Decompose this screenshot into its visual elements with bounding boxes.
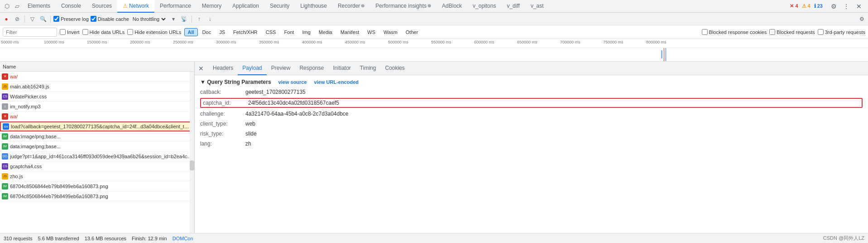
view-url-encoded-link[interactable]: view URL-encoded (314, 79, 359, 85)
filter-type-manifest[interactable]: Manifest (337, 28, 363, 36)
error-badge[interactable]: ✕ 4 (790, 3, 798, 9)
warning-badge[interactable]: ⚠ 4 (802, 3, 810, 9)
upload-button[interactable]: ↑ (195, 15, 204, 24)
tab-performance-insights[interactable]: Performance insights ⊕ (370, 0, 436, 13)
device-icon[interactable]: ▱ (12, 0, 22, 13)
blocked-requests-checkbox[interactable] (769, 29, 775, 35)
ruler-mark-400000: 400000 ms (301, 40, 344, 44)
tab-adblock[interactable]: AdBlock (436, 0, 467, 13)
request-row[interactable]: IM data:image/png;base... (0, 131, 194, 141)
view-source-link[interactable]: view source (278, 79, 307, 85)
tab-recorder[interactable]: Recorder ⊕ (332, 0, 370, 13)
throttle-select[interactable]: No throttling (131, 16, 167, 22)
download-button[interactable]: ↓ (206, 15, 215, 24)
tab-initiator[interactable]: Initiator (328, 62, 355, 75)
blocked-response-cookies-checkbox[interactable] (702, 29, 708, 35)
tab-payload[interactable]: Payload (238, 62, 266, 75)
request-icon-error2: ✕ (2, 113, 8, 120)
invert-checkbox-label[interactable]: Invert (60, 29, 80, 35)
request-row[interactable]: IM 68704c8506844eb79b8499eb6a160873.png (0, 181, 194, 191)
clear-button[interactable]: ⊘ (13, 15, 22, 24)
tab-performance[interactable]: Performance (154, 0, 197, 13)
request-row[interactable]: JS main.abb16249.js (0, 82, 194, 92)
tab-timing[interactable]: Timing (355, 62, 381, 75)
request-row[interactable]: IM 68704c8506844eb79b8499eb6a160873.png (0, 191, 194, 201)
request-row[interactable]: CS gcaptcha4.css (0, 161, 194, 171)
request-row[interactable]: ✕ wa/ (0, 72, 194, 82)
hide-extension-urls-label[interactable]: Hide extension URLs (127, 29, 181, 35)
disable-cache-checkbox-label[interactable]: Disable cache (91, 16, 129, 22)
online-icon[interactable]: 📡 (180, 15, 189, 24)
tab-lighthouse[interactable]: Lighthouse (295, 0, 332, 13)
third-party-requests-label[interactable]: 3rd-party requests (818, 29, 865, 35)
tab-memory[interactable]: Memory (197, 0, 227, 13)
filter-input[interactable] (3, 28, 57, 37)
settings-button[interactable]: ⚙ (828, 1, 839, 12)
request-row[interactable]: ♫ im_notify.mp3 (0, 102, 194, 112)
payload-key-challenge: challenge: (200, 111, 245, 117)
filter-type-all[interactable]: All (184, 28, 198, 36)
filter-type-wasm[interactable]: Wasm (380, 28, 401, 36)
request-icon-img2: IM (2, 143, 8, 150)
tab-v-diff[interactable]: v_diff (501, 0, 525, 13)
request-row[interactable]: JS zho.js (0, 171, 194, 181)
info-badge[interactable]: ℹ 23 (814, 3, 823, 9)
preserve-log-checkbox[interactable] (53, 16, 59, 22)
filter-type-fetch-xhr[interactable]: Fetch/XHR (230, 28, 261, 36)
domcon-link[interactable]: DOMCon (173, 236, 193, 241)
hide-extension-urls-checkbox[interactable] (127, 29, 133, 35)
toolbar-settings-button[interactable]: ⚙ (857, 15, 866, 24)
tab-application[interactable]: Application (227, 0, 264, 13)
preserve-log-checkbox-label[interactable]: Preserve log (53, 16, 89, 22)
filter-type-other[interactable]: Other (402, 28, 422, 36)
request-row[interactable]: IM data:image/png;base... (0, 141, 194, 151)
request-row-selected[interactable]: XH load?callback=geetest_1702800277135&c… (0, 122, 194, 131)
filter-type-css[interactable]: CSS (262, 28, 280, 36)
search-button[interactable]: 🔍 (38, 15, 48, 24)
record-button[interactable]: ● (2, 15, 11, 24)
filter-type-font[interactable]: Font (280, 28, 297, 36)
more-button[interactable]: ⋮ (841, 1, 852, 12)
scrollbar-track[interactable] (190, 72, 194, 233)
filter-type-js[interactable]: JS (216, 28, 229, 36)
request-row[interactable]: CS WdatePicker.css (0, 92, 194, 102)
blocked-response-cookies-label[interactable]: Blocked response cookies (702, 29, 767, 35)
tab-cookies[interactable]: Cookies (380, 62, 409, 75)
filter-type-img[interactable]: Img (298, 28, 314, 36)
filter-type-ws[interactable]: WS (364, 28, 379, 36)
tab-v-options[interactable]: v_opitons (467, 0, 501, 13)
timeline-area[interactable]: 50000 ms 100000 ms 150000 ms 200000 ms 2… (0, 39, 868, 62)
tab-sources[interactable]: Sources (86, 0, 117, 13)
close-devtools-button[interactable]: ✕ (854, 1, 864, 12)
request-icon-css2: CS (2, 163, 8, 170)
details-close-button[interactable]: ✕ (197, 64, 206, 73)
inspect-icon[interactable]: ⬡ (2, 0, 12, 13)
payload-content: ▼ Query String Parameters view source vi… (195, 75, 868, 233)
tab-console[interactable]: Console (56, 0, 86, 13)
blocked-requests-label[interactable]: Blocked requests (769, 29, 815, 35)
ruler-mark-100000: 100000 ms (43, 40, 86, 44)
timeline-bar-area[interactable] (0, 48, 868, 62)
request-row[interactable]: ✕ wa/ (0, 112, 194, 122)
invert-checkbox[interactable] (60, 29, 66, 35)
tab-elements[interactable]: Elements (22, 0, 56, 13)
tab-headers[interactable]: Headers (208, 62, 238, 75)
scrollbar-thumb[interactable] (190, 160, 194, 170)
tab-v-ast[interactable]: v_ast (525, 0, 549, 13)
throttle-dropdown-icon[interactable]: ▾ (169, 15, 178, 24)
third-party-requests-checkbox[interactable] (818, 29, 824, 35)
tab-network[interactable]: ⚠ Network (117, 0, 154, 13)
hide-data-urls-checkbox[interactable] (82, 29, 88, 35)
filter-type-doc[interactable]: Doc (199, 28, 215, 36)
tab-security[interactable]: Security (264, 0, 295, 13)
filter-button[interactable]: ▽ (28, 15, 37, 24)
disable-cache-checkbox[interactable] (91, 16, 96, 22)
tab-response[interactable]: Response (295, 62, 328, 75)
tab-preview[interactable]: Preview (267, 62, 295, 75)
timeline-ruler: 50000 ms 100000 ms 150000 ms 200000 ms 2… (0, 39, 868, 48)
timeline-bar (661, 50, 662, 58)
request-row[interactable]: DO judge?pt=1&app_id=461cca3146ff093d059… (0, 151, 194, 161)
filter-type-media[interactable]: Media (315, 28, 336, 36)
hide-data-urls-label[interactable]: Hide data URLs (82, 29, 125, 35)
requests-body[interactable]: ✕ wa/ JS main.abb16249.js CS WdatePicker… (0, 72, 194, 201)
